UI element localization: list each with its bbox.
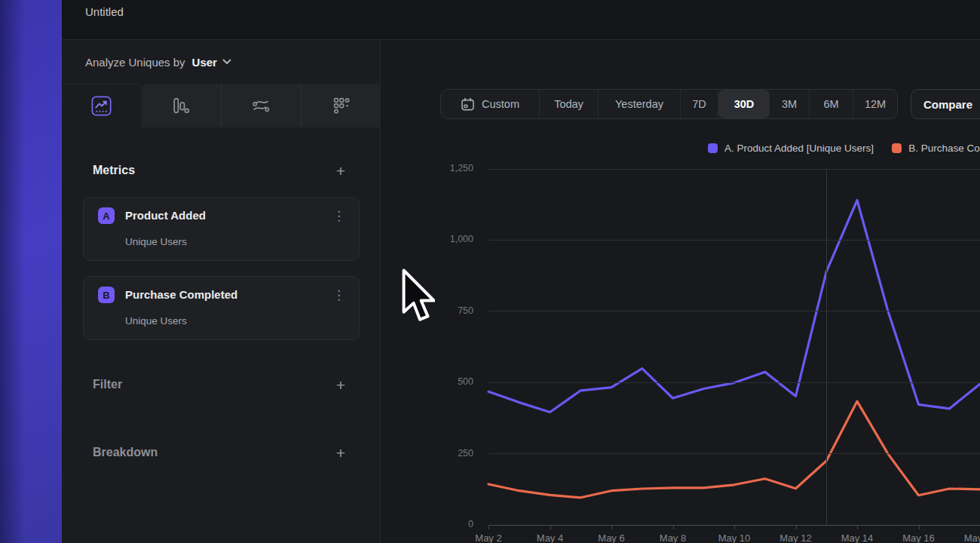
retention-grid-icon [331,96,351,116]
add-metric-button[interactable]: + [336,163,345,179]
range-3m[interactable]: 3M [770,90,810,118]
x-tick-mark [673,525,674,529]
query-sidebar: Analyze Uniques by User [62,40,381,543]
range-12m[interactable]: 12M [853,90,897,118]
kebab-menu-icon[interactable]: ⋮ [326,286,351,305]
legend-item[interactable]: B. Purchase Completed [Unique Users] [892,143,980,154]
line-chart-icon [91,96,112,116]
tab-bar-chart[interactable] [141,84,220,127]
x-tick-label: May 6 [589,532,634,543]
x-tick-label: May 18 [957,532,980,543]
x-tick-label: May 8 [651,532,696,543]
gridline-y-500 [488,382,980,383]
chart-legend: A. Product Added [Unique Users]B. Purcha… [708,143,980,154]
metric-card-b[interactable]: B Purchase Completed Unique Users ⋮ [83,276,360,340]
metrics-header-row: Metrics + [62,159,380,182]
series-line-product-added[interactable] [488,201,980,413]
range-label: Custom [482,98,519,110]
metric-card-a[interactable]: A Product Added Unique Users ⋮ [83,197,360,261]
breakdown-header: Breakdown [93,446,158,459]
gridline-y-1250 [488,169,980,170]
tab-retention[interactable] [301,84,381,127]
screen: Untitled Analyze Uniques by User [0,0,980,543]
x-tick-mark [857,525,858,529]
tab-line-chart[interactable] [62,84,141,127]
series-line-purchase-completed[interactable] [488,401,980,498]
filter-header-row: Filter + [62,373,380,396]
chart-series-svg[interactable] [488,169,980,525]
range-today[interactable]: Today [540,90,599,118]
range-6m[interactable]: 6M [810,90,853,118]
metric-subtitle: Unique Users [125,236,187,247]
metric-subtitle: Unique Users [125,315,187,327]
metric-name: Product Added [125,209,206,222]
date-range-selector: Custom Today Yesterday 7D 30D 3M 6M 12M [440,89,898,119]
x-tick-label: May 4 [528,532,573,543]
background-gradient-strip [0,0,62,543]
line-chart-plot[interactable]: May 2May 4May 6May 8May 10May 12May 14Ma… [488,169,980,525]
y-tick-label: 250 [424,448,473,459]
add-filter-button[interactable]: + [336,377,345,393]
x-tick-mark [550,525,551,529]
x-tick-mark [611,525,612,529]
legend-swatch-icon [892,143,902,153]
y-tick-label: 750 [424,305,473,316]
y-tick-label: 1,250 [424,163,473,173]
flow-icon [251,96,271,116]
analyze-label: Analyze Uniques by [85,56,185,69]
y-tick-label: 1,000 [424,234,473,244]
x-tick-label: May 16 [896,532,942,543]
analyze-uniques-dropdown[interactable]: Analyze Uniques by User [62,40,380,84]
report-title[interactable]: Untitled [85,5,124,18]
legend-swatch-icon [708,143,718,153]
metrics-header: Metrics [93,164,135,177]
range-custom[interactable]: Custom [441,90,540,118]
gridline-y-250 [488,453,980,454]
add-breakdown-button[interactable]: + [336,445,345,461]
chevron-down-icon [222,59,231,65]
metric-badge-a: A [98,207,115,224]
chart-panel: Custom Today Yesterday 7D 30D 3M 6M 12M … [381,40,980,543]
x-tick-mark [488,525,489,529]
legend-label: B. Purchase Completed [Unique Users] [908,143,980,154]
metric-badge-b: B [98,287,115,303]
gridline-y-750 [488,311,980,311]
y-tick-label: 500 [424,376,473,387]
analyze-value: User [192,56,217,69]
y-tick-label: 0 [424,519,473,529]
compare-button[interactable]: Compare [911,89,980,119]
x-tick-mark [919,525,920,529]
kebab-menu-icon[interactable]: ⋮ [326,207,351,225]
legend-label: A. Product Added [Unique Users] [724,143,874,154]
top-bar: Untitled [62,0,980,40]
y-axis-labels: 02505007501,0001,250 [424,169,473,525]
bar-chart-icon [170,96,191,116]
x-tick-label: May 14 [835,532,880,543]
x-tick-label: May 2 [466,532,511,543]
x-tick-label: May 12 [773,532,819,543]
x-tick-mark [796,525,797,529]
chart-type-tabbar [62,84,381,127]
range-30d[interactable]: 30D [718,90,770,118]
vertical-gridline [826,169,827,525]
calendar-icon [461,97,475,112]
gridline-y-1000 [488,240,980,241]
x-tick-label: May 10 [712,532,757,543]
breakdown-header-row: Breakdown + [62,441,380,464]
metric-name: Purchase Completed [125,288,237,301]
tab-flows[interactable] [221,84,301,127]
x-tick-mark [734,525,735,529]
filter-header: Filter [93,378,122,391]
legend-item[interactable]: A. Product Added [Unique Users] [708,143,874,154]
range-7d[interactable]: 7D [681,90,718,118]
app-window: Untitled Analyze Uniques by User [62,0,980,543]
range-yesterday[interactable]: Yesterday [599,90,681,118]
